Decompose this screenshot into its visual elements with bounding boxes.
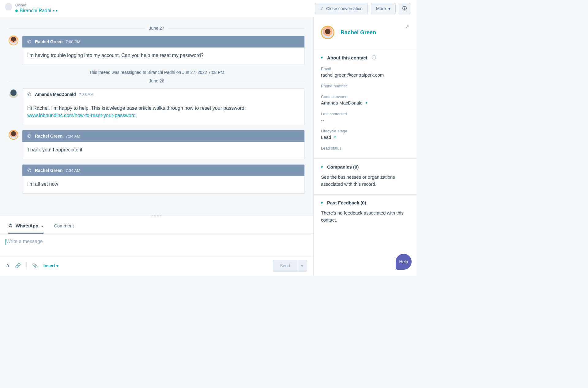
message-sender: Rachel Green — [35, 134, 62, 139]
composer-tab-channel[interactable]: WhatsApp — [8, 219, 43, 234]
message-body: I'm having trouble logging into my accou… — [22, 48, 304, 65]
caret-down-icon: ▾ — [334, 135, 336, 139]
caret-down-icon: ▾ — [56, 263, 58, 268]
message-header: Rachel Green 7:34 AM — [22, 130, 304, 142]
whatsapp-icon — [27, 39, 32, 44]
send-button[interactable]: Send — [273, 260, 297, 272]
chevron-down-icon: ▾ — [321, 165, 323, 169]
composer: ⠿⠿⠿⠿ WhatsApp Comment Write a message — [0, 215, 313, 276]
contact-name-link[interactable]: Rachel Green — [341, 29, 376, 36]
field-label-contact-owner: Contact owner — [321, 94, 409, 99]
messages-scroll[interactable]: June 27 Rachel Green 7:08 PM I'm having … — [0, 17, 313, 215]
section-description: See the businesses or organizations asso… — [321, 174, 409, 188]
field-lifecycle-text: Lead — [321, 135, 331, 140]
check-icon: ✓ — [320, 6, 324, 11]
message-time: 7:08 PM — [66, 40, 80, 44]
system-note: This thread was reassigned to Biranchi P… — [9, 70, 305, 75]
composer-body[interactable]: Write a message — [0, 234, 313, 257]
composer-placeholder: Write a message — [6, 239, 43, 244]
message-sender: Rachel Green — [35, 168, 62, 173]
field-value-lifecycle-stage[interactable]: Lead ▾ — [321, 135, 336, 140]
message-row: Amanda MacDonald 7:33 AM Hi Rachel, I'm … — [9, 88, 305, 125]
text-format-icon[interactable]: A — [6, 263, 9, 268]
sender-avatar — [9, 88, 18, 98]
field-label-lead-status: Lead status — [321, 146, 409, 150]
message-body: I'm all set now — [22, 176, 304, 193]
attachment-icon[interactable]: 📎 — [32, 263, 38, 268]
owner-name-text: Biranchi Padhi — [20, 8, 51, 14]
field-value-last-contacted: -- — [321, 117, 409, 123]
composer-tab-comment[interactable]: Comment — [53, 219, 74, 234]
chevron-down-icon: ▾ — [321, 55, 323, 60]
caret-down-icon: ▾ — [53, 9, 58, 13]
owner-block: Owner Biranchi Padhi ▾ — [5, 3, 58, 14]
close-conversation-button[interactable]: ✓ Close conversation — [315, 3, 368, 14]
message-sender: Amanda MacDonald — [35, 92, 76, 97]
insert-button[interactable]: Insert ▾ — [43, 263, 58, 268]
caret-down-icon: ▾ — [388, 6, 390, 11]
info-button[interactable]: ⓘ — [399, 3, 410, 14]
topbar: Owner Biranchi Padhi ▾ ✓ Close conversat… — [0, 0, 417, 17]
field-value-email[interactable]: rachel.green@centralperk.com — [321, 72, 409, 78]
info-icon: ⓘ — [372, 55, 376, 60]
presence-dot-icon — [15, 10, 18, 12]
message-link[interactable]: www.inboundinc.com/how-to-reset-your-pas… — [27, 113, 136, 118]
caret-down-icon: ▾ — [366, 101, 368, 105]
contact-header: Rachel Green ↗ — [314, 17, 417, 49]
message-card: Rachel Green 7:34 AM I'm all set now — [22, 164, 305, 194]
message-row: Rachel Green 7:34 AM I'm all set now — [9, 164, 305, 194]
message-sender: Rachel Green — [35, 39, 62, 44]
message-time: 7:33 AM — [79, 92, 94, 97]
message-card: Amanda MacDonald 7:33 AM Hi Rachel, I'm … — [22, 88, 305, 125]
field-label-last-contacted: Last contacted — [321, 112, 409, 116]
message-header: Rachel Green 7:34 AM — [22, 165, 304, 176]
whatsapp-icon — [9, 223, 13, 228]
field-label-email: Email — [321, 67, 409, 71]
more-button[interactable]: More ▾ — [371, 3, 396, 14]
separator — [26, 262, 27, 269]
insert-label: Insert — [43, 263, 55, 268]
field-label-phone: Phone number — [321, 84, 409, 88]
resize-handle[interactable]: ⠿⠿⠿⠿ — [0, 215, 313, 219]
whatsapp-icon — [27, 133, 32, 139]
sidebar: Rachel Green ↗ ▾ About this contact ⓘ Em… — [314, 17, 417, 276]
open-external-icon[interactable]: ↗ — [405, 24, 409, 29]
section-title: Past Feedback (0) — [327, 200, 366, 205]
owner-dropdown[interactable]: Biranchi Padhi ▾ — [20, 8, 58, 14]
help-button[interactable]: Help — [396, 254, 412, 270]
message-time: 7:34 AM — [66, 134, 80, 139]
section-header-past-feedback[interactable]: ▾ Past Feedback (0) — [321, 200, 409, 205]
message-row: Rachel Green 7:08 PM I'm having trouble … — [9, 36, 305, 65]
contact-avatar — [321, 26, 334, 39]
message-header: Amanda MacDonald 7:33 AM — [22, 89, 304, 100]
section-companies: ▾ Companies (0) See the businesses or or… — [314, 158, 417, 194]
section-title: Companies (0) — [327, 164, 359, 169]
field-owner-text: Amanda MacDonald — [321, 100, 363, 105]
conversation-pane: June 27 Rachel Green 7:08 PM I'm having … — [0, 17, 314, 276]
composer-tab-comment-label: Comment — [54, 223, 74, 228]
sender-avatar — [9, 130, 18, 140]
info-icon: ⓘ — [402, 6, 407, 11]
owner-label: Owner — [15, 3, 58, 8]
message-body: Thank you! I appreciate it — [22, 142, 304, 159]
message-header: Rachel Green 7:08 PM — [22, 36, 304, 48]
link-icon[interactable]: 🔗 — [15, 263, 21, 268]
section-description: There's no feedback associated with this… — [321, 210, 409, 223]
message-card: Rachel Green 7:08 PM I'm having trouble … — [22, 36, 305, 65]
close-conversation-label: Close conversation — [326, 6, 363, 11]
whatsapp-icon — [27, 168, 32, 173]
composer-toolbar: A 🔗 📎 Insert ▾ Send ▾ — [0, 257, 313, 276]
whatsapp-icon — [27, 92, 32, 97]
message-row: Rachel Green 7:34 AM Thank you! I apprec… — [9, 130, 305, 159]
field-value-contact-owner[interactable]: Amanda MacDonald ▾ — [321, 100, 368, 105]
date-divider: June 27 — [9, 26, 305, 31]
section-header-companies[interactable]: ▾ Companies (0) — [321, 164, 409, 169]
sender-avatar — [9, 36, 18, 45]
section-about-contact: ▾ About this contact ⓘ Email rachel.gree… — [314, 49, 417, 158]
more-label: More — [376, 6, 386, 11]
section-past-feedback: ▾ Past Feedback (0) There's no feedback … — [314, 194, 417, 230]
chevron-down-icon: ▾ — [321, 201, 323, 205]
section-header-about[interactable]: ▾ About this contact ⓘ — [321, 55, 409, 60]
send-options-button[interactable]: ▾ — [297, 260, 307, 272]
message-card: Rachel Green 7:34 AM Thank you! I apprec… — [22, 130, 305, 159]
